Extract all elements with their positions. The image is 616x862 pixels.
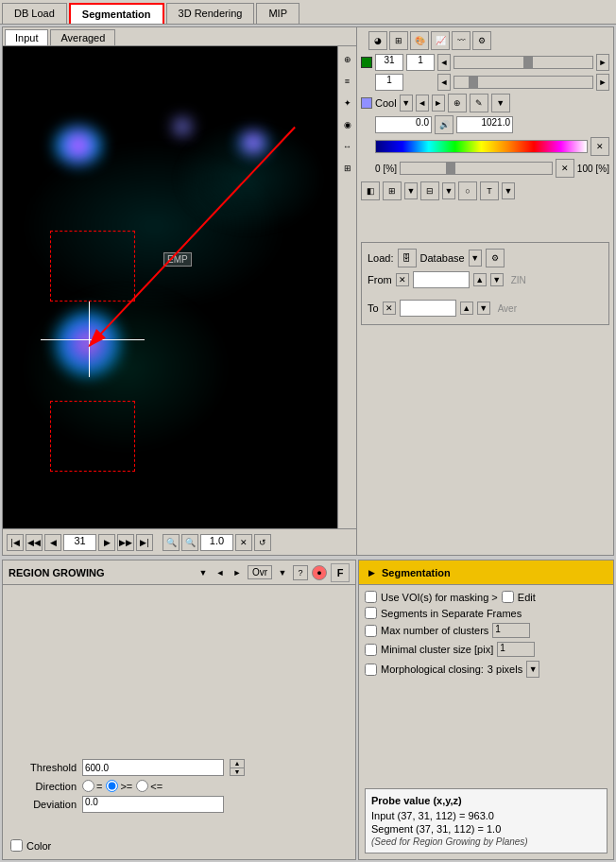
prev-btn[interactable]: ◀ bbox=[44, 534, 61, 551]
rg-help-btn[interactable]: ? bbox=[293, 565, 308, 580]
frame-sub-input[interactable]: 1 bbox=[375, 74, 403, 91]
max-clusters-checkbox[interactable] bbox=[365, 625, 377, 637]
to-x-btn[interactable]: ✕ bbox=[383, 302, 396, 315]
action-arrow-2[interactable]: ▼ bbox=[442, 182, 455, 199]
rg-dot-btn[interactable]: ● bbox=[312, 565, 327, 580]
deviation-input[interactable]: 0.0 bbox=[82, 796, 224, 813]
to-input[interactable] bbox=[400, 300, 456, 317]
frame-input[interactable]: 31 bbox=[63, 534, 96, 551]
tab-mip[interactable]: MIP bbox=[256, 3, 299, 24]
zoom-in-btn[interactable]: 🔍 bbox=[163, 534, 180, 551]
action-icon-1[interactable]: ◧ bbox=[361, 181, 380, 200]
ctrl-icon-1[interactable]: ◕ bbox=[368, 31, 387, 50]
tab-segmentation[interactable]: Segmentation bbox=[69, 3, 164, 24]
first-frame-btn[interactable]: |◀ bbox=[7, 534, 24, 551]
side-icon-2[interactable]: ≡ bbox=[338, 72, 357, 91]
last-frame-btn[interactable]: ▶| bbox=[136, 534, 153, 551]
threshold-input[interactable]: 600.0 bbox=[82, 759, 224, 776]
sub-tab-averaged[interactable]: Averaged bbox=[50, 29, 115, 45]
min-cluster-checkbox[interactable] bbox=[365, 644, 377, 656]
prev-frame-btn[interactable]: ◀◀ bbox=[26, 534, 43, 551]
morph-arrow[interactable]: ▼ bbox=[526, 661, 539, 678]
probe-input-value: Input (37, 31, 112) = 963.0 bbox=[371, 810, 601, 821]
action-icon-3[interactable]: ⊟ bbox=[420, 181, 439, 200]
frame-slider-2[interactable] bbox=[453, 76, 593, 89]
bottom-section: REGION GROWING ▼ ◄ ► Ovr ▼ ? ● F Thresho… bbox=[2, 560, 614, 860]
radio-gte-input[interactable] bbox=[106, 780, 118, 792]
max-clusters-label: Max number of clusters bbox=[381, 625, 488, 636]
max-clusters-input[interactable]: 1 bbox=[492, 623, 530, 638]
gradient-close[interactable]: ✕ bbox=[590, 137, 609, 156]
rg-arrow-down[interactable]: ▼ bbox=[197, 566, 210, 579]
ctrl-icon-4[interactable]: 📈 bbox=[431, 31, 450, 50]
load-icon[interactable]: ⚙ bbox=[486, 249, 505, 267]
separate-frames-checkbox[interactable] bbox=[365, 607, 377, 619]
action-icon-2[interactable]: ⊞ bbox=[383, 181, 402, 200]
tab-db-load[interactable]: DB Load bbox=[2, 3, 67, 24]
ctrl-icon-5[interactable]: 〰 bbox=[452, 31, 471, 50]
rg-arrow-down-2[interactable]: ▼ bbox=[276, 566, 289, 579]
ovr-btn[interactable]: Ovr bbox=[248, 565, 272, 579]
next-frame-btn[interactable]: ▶▶ bbox=[117, 534, 134, 551]
side-icon-4[interactable]: ◉ bbox=[338, 115, 357, 134]
nav-arrow-right[interactable]: ► bbox=[596, 54, 609, 71]
from-arrow-up[interactable]: ▲ bbox=[473, 273, 487, 286]
colormap-edit[interactable]: ✎ bbox=[470, 94, 488, 112]
to-arrow-up[interactable]: ▲ bbox=[460, 302, 473, 315]
nav-arrow-right-2[interactable]: ► bbox=[596, 74, 609, 91]
seg-arrow[interactable]: ▶ bbox=[365, 566, 378, 579]
ctrl-icon-6[interactable]: ⚙ bbox=[472, 31, 491, 50]
next-btn[interactable]: ▶ bbox=[98, 534, 115, 551]
side-icon-3[interactable]: ✦ bbox=[338, 94, 357, 112]
side-icon-5[interactable]: ↔ bbox=[338, 137, 357, 156]
ctrl-icon-2[interactable]: ⊞ bbox=[389, 31, 408, 50]
colormap-menu[interactable]: ▼ bbox=[491, 94, 510, 112]
colormap-arrow-left[interactable]: ◄ bbox=[416, 95, 429, 112]
from-x-btn[interactable]: ✕ bbox=[396, 273, 409, 286]
colormap-arrow-down[interactable]: ▼ bbox=[400, 95, 413, 112]
action-icon-5[interactable]: T bbox=[480, 181, 499, 200]
rg-f-btn[interactable]: F bbox=[331, 563, 350, 582]
nav-arrow-left[interactable]: ◄ bbox=[437, 54, 451, 71]
db-arrow[interactable]: ▼ bbox=[469, 250, 482, 267]
action-icon-4[interactable]: ○ bbox=[458, 181, 477, 200]
side-icon-1[interactable]: ⊕ bbox=[338, 50, 357, 69]
from-input[interactable] bbox=[413, 271, 470, 288]
zoom-input[interactable]: 1.0 bbox=[200, 534, 233, 551]
percent-slider[interactable] bbox=[400, 162, 553, 175]
range-icon[interactable]: 🔊 bbox=[435, 115, 453, 134]
morph-checkbox[interactable] bbox=[365, 664, 377, 676]
color-checkbox[interactable] bbox=[10, 839, 23, 852]
action-arrow-1[interactable]: ▼ bbox=[404, 182, 418, 199]
nav-arrow-left-2[interactable]: ◄ bbox=[437, 74, 451, 91]
percent-high-label: 100 bbox=[577, 164, 593, 174]
threshold-stepper[interactable]: ▲ ▼ bbox=[230, 759, 245, 776]
probe-note: (Seed for Region Growing by Planes) bbox=[371, 836, 601, 847]
db-icon[interactable]: 🗄 bbox=[398, 249, 417, 267]
side-icon-6[interactable]: ⊞ bbox=[338, 159, 357, 178]
frame-num2-input[interactable]: 1 bbox=[406, 54, 435, 71]
from-arrow-dn[interactable]: ▼ bbox=[490, 273, 504, 286]
range-low-input[interactable]: 0.0 bbox=[375, 116, 432, 133]
refresh-btn[interactable]: ↺ bbox=[254, 534, 271, 551]
rg-arrow-left[interactable]: ◄ bbox=[214, 566, 227, 579]
frame-slider-1[interactable] bbox=[453, 56, 593, 69]
colormap-copy[interactable]: ⊕ bbox=[448, 94, 467, 112]
radio-lte-input[interactable] bbox=[136, 780, 148, 792]
range-high-input[interactable]: 1021.0 bbox=[456, 116, 513, 133]
ctrl-icon-3[interactable]: 🎨 bbox=[410, 31, 429, 50]
zoom-out-btn[interactable]: 🔍 bbox=[181, 534, 198, 551]
sub-tab-input[interactable]: Input bbox=[5, 29, 48, 45]
tab-3d-rendering[interactable]: 3D Rendering bbox=[166, 3, 255, 24]
radio-equal-input[interactable] bbox=[82, 780, 94, 792]
frame-num-input[interactable]: 31 bbox=[375, 54, 403, 71]
use-voi-checkbox[interactable] bbox=[365, 591, 377, 603]
action-arrow-3[interactable]: ▼ bbox=[502, 182, 515, 199]
to-arrow-dn[interactable]: ▼ bbox=[477, 302, 490, 315]
min-cluster-input[interactable]: 1 bbox=[497, 642, 535, 657]
colormap-arrow-right[interactable]: ► bbox=[432, 95, 445, 112]
rg-arrow-right[interactable]: ► bbox=[231, 566, 244, 579]
edit-checkbox[interactable] bbox=[502, 591, 514, 603]
percent-close[interactable]: ✕ bbox=[556, 159, 574, 178]
close-btn[interactable]: ✕ bbox=[235, 534, 252, 551]
